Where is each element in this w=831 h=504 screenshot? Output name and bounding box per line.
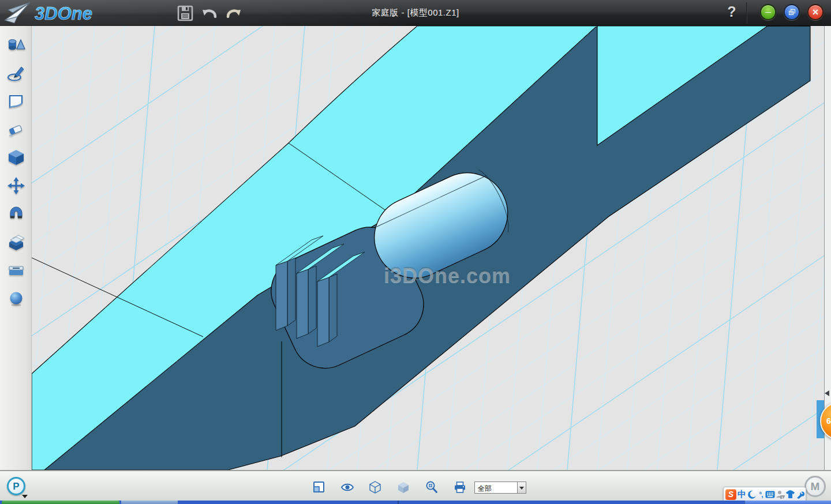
magnet-constraint-icon[interactable] bbox=[7, 205, 25, 223]
window-title: 家庭版 - [模型001.Z1] bbox=[0, 7, 831, 18]
user-count-icon[interactable]: 14 bbox=[776, 489, 785, 500]
sketch-pen-icon[interactable] bbox=[7, 64, 25, 82]
skin-shirt-icon[interactable] bbox=[785, 489, 795, 500]
taskbar-separator bbox=[398, 501, 399, 504]
ime-toolbar: S 中 °, 14 bbox=[723, 487, 806, 502]
zoom-search-icon[interactable] bbox=[425, 480, 439, 494]
titlebar: 3DOne 家庭版 - [模型001.Z1] ? ─ ✕ bbox=[0, 0, 831, 26]
wireframe-cube-icon[interactable] bbox=[368, 480, 382, 494]
move-transform-icon[interactable] bbox=[7, 176, 25, 195]
panel-collapse-arrow-icon[interactable] bbox=[825, 390, 829, 396]
sogou-logo-icon[interactable]: S bbox=[725, 489, 736, 500]
display-filter-dropdown[interactable]: 全部 bbox=[474, 482, 526, 494]
plane-badge-button[interactable]: P bbox=[7, 477, 25, 495]
special-feature-stack-icon[interactable] bbox=[7, 233, 25, 251]
scene-3d bbox=[32, 26, 824, 470]
eraser-edit-icon[interactable] bbox=[7, 121, 25, 139]
display-filter-value[interactable]: 全部 bbox=[474, 482, 517, 494]
taskbar-active-app-segment[interactable] bbox=[121, 501, 178, 504]
watermark: i3DOne.com bbox=[338, 264, 557, 288]
primitive-shapes-icon[interactable] bbox=[7, 36, 25, 54]
viewport-canvas[interactable]: i3DOne.com 49.269 mm bbox=[32, 26, 824, 470]
taskbar-systray-segment[interactable] bbox=[744, 501, 831, 504]
m-badge-button[interactable]: M bbox=[804, 476, 826, 497]
titlebar-separator bbox=[746, 2, 747, 24]
solid-cube-icon[interactable] bbox=[7, 148, 25, 167]
visibility-eye-icon[interactable] bbox=[340, 480, 354, 494]
minimize-button[interactable]: ─ bbox=[760, 4, 776, 20]
punctuation-mode-icon[interactable]: °, bbox=[757, 489, 765, 500]
fullwidth-moon-icon[interactable] bbox=[747, 489, 757, 500]
restore-icon bbox=[789, 10, 795, 15]
material-sphere-icon[interactable] bbox=[7, 289, 25, 308]
os-taskbar-sliver[interactable] bbox=[0, 501, 831, 504]
settings-wrench-icon[interactable] bbox=[796, 489, 804, 500]
right-panel-strip bbox=[824, 26, 831, 470]
print-icon[interactable] bbox=[453, 480, 467, 494]
close-button[interactable]: ✕ bbox=[807, 4, 823, 20]
user-count-value: 14 bbox=[781, 496, 785, 500]
sketch-plane-icon[interactable] bbox=[7, 92, 25, 111]
taskbar-start-segment[interactable] bbox=[2, 501, 119, 504]
dropdown-arrow-button[interactable] bbox=[517, 482, 526, 494]
shaded-cube-icon[interactable] bbox=[396, 480, 410, 494]
toolbox-drawer-icon[interactable] bbox=[7, 261, 25, 280]
plane-badge-caret-icon[interactable] bbox=[22, 495, 28, 498]
ime-mode-chinese[interactable]: 中 bbox=[737, 489, 747, 500]
left-toolbar bbox=[0, 26, 32, 470]
soft-keyboard-icon[interactable] bbox=[765, 489, 775, 500]
viewport-layout-icon[interactable] bbox=[312, 480, 326, 494]
help-button[interactable]: ? bbox=[723, 3, 741, 22]
restore-button[interactable] bbox=[784, 4, 800, 20]
status-toolbar: P 全部 M bbox=[0, 470, 831, 501]
